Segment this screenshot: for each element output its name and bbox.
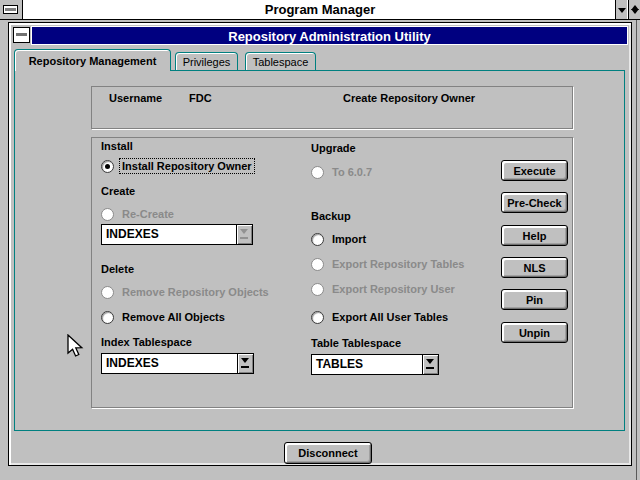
minimize-icon[interactable] [615, 0, 627, 19]
radio-circle [101, 208, 114, 221]
radio-label: Export All User Tables [330, 310, 450, 324]
index-tablespace-label: Index Tablespace [101, 336, 192, 348]
combobox-value: TABLES [312, 355, 422, 374]
restore-icon[interactable] [628, 0, 640, 19]
radio-remove-repository-objects: Remove Repository Objects [101, 285, 271, 299]
upgrade-section-label: Upgrade [311, 142, 356, 154]
repository-admin-window: Repository Administration Utility Reposi… [8, 22, 632, 466]
radio-circle [101, 311, 114, 324]
combobox-dropdown-icon [236, 225, 252, 244]
radio-recreate: Re-Create [101, 207, 176, 221]
window-frame-edge [636, 20, 637, 480]
radio-label: Remove Repository Objects [120, 285, 271, 299]
radio-circle [101, 160, 114, 173]
radio-label: To 6.0.7 [330, 165, 374, 179]
combobox-dropdown-icon[interactable] [237, 354, 253, 373]
mouse-cursor [64, 334, 88, 364]
radio-export-repository-tables: Export Repository Tables [311, 257, 466, 271]
tab-privileges[interactable]: Privileges [175, 52, 238, 71]
program-manager-title: Program Manager [0, 2, 640, 17]
backup-section-label: Backup [311, 210, 351, 222]
unpin-button[interactable]: Unpin [501, 322, 568, 343]
radio-circle [311, 166, 324, 179]
combobox-value: INDEXES [102, 225, 236, 244]
create-section-label: Create [101, 185, 135, 197]
app-system-menu-icon[interactable] [13, 27, 30, 43]
combobox-dropdown-icon[interactable] [422, 355, 438, 374]
radio-label: Remove All Objects [120, 310, 227, 324]
radio-to-607: To 6.0.7 [311, 165, 374, 179]
execute-button[interactable]: Execute [501, 160, 568, 181]
radio-install-repository-owner[interactable]: Install Repository Owner [101, 159, 254, 173]
combobox-value: INDEXES [102, 354, 237, 373]
delete-section-label: Delete [101, 263, 134, 275]
app-titlebar[interactable]: Repository Administration Utility [31, 26, 628, 45]
radio-remove-all-objects[interactable]: Remove All Objects [101, 310, 227, 324]
radio-label: Re-Create [120, 207, 176, 221]
radio-import[interactable]: Import [311, 232, 368, 246]
nls-button[interactable]: NLS [501, 257, 568, 278]
precheck-button[interactable]: Pre-Check [501, 192, 568, 213]
username-label: Username [109, 92, 162, 104]
app-title: Repository Administration Utility [32, 29, 627, 44]
radio-label: Install Repository Owner [120, 159, 254, 173]
program-manager-titlebar: Program Manager [0, 0, 640, 20]
radio-circle [311, 311, 324, 324]
radio-label: Export Repository Tables [330, 257, 466, 271]
radio-circle [311, 258, 324, 271]
radio-label: Import [330, 232, 368, 246]
session-header-box [91, 86, 573, 129]
table-tablespace-combobox[interactable]: TABLES [311, 354, 439, 375]
install-section-label: Install [101, 140, 133, 152]
username-value: FDC [189, 92, 212, 104]
tab-repository-management[interactable]: Repository Management [14, 49, 171, 71]
index-tablespace-combobox[interactable]: INDEXES [101, 353, 254, 374]
recreate-index-tablespace-combobox[interactable]: INDEXES [101, 224, 253, 245]
radio-circle [311, 283, 324, 296]
operation-label: Create Repository Owner [343, 92, 475, 104]
radio-export-all-user-tables[interactable]: Export All User Tables [311, 310, 450, 324]
pin-button[interactable]: Pin [501, 289, 568, 310]
radio-circle [101, 286, 114, 299]
disconnect-button[interactable]: Disconnect [284, 442, 372, 464]
table-tablespace-label: Table Tablespace [311, 337, 401, 349]
radio-export-repository-user: Export Repository User [311, 282, 457, 296]
tab-tablespace[interactable]: Tablespace [245, 52, 316, 71]
help-button[interactable]: Help [501, 225, 568, 246]
radio-label: Export Repository User [330, 282, 457, 296]
radio-circle [311, 233, 324, 246]
